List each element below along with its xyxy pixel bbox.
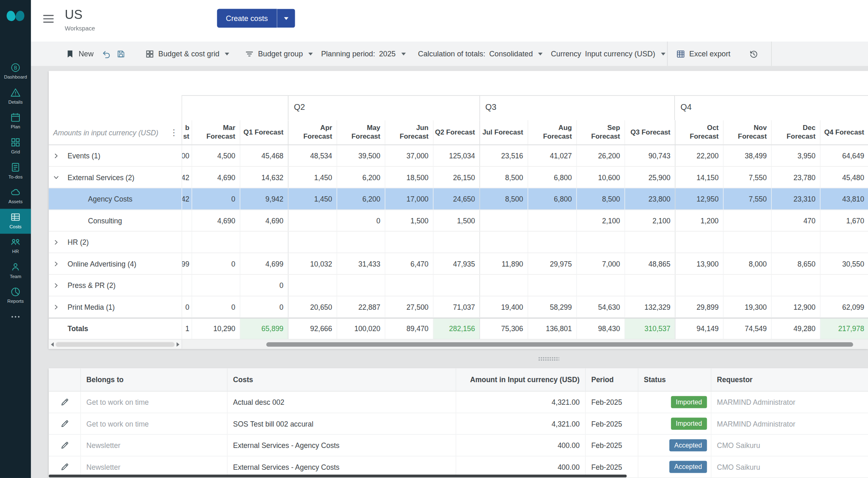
grid-cell[interactable]: 4,690 [192,167,240,188]
new-view-button[interactable]: New [65,42,94,66]
grid-cell[interactable]: 6,800 [528,167,576,188]
column-header-oct-forecast[interactable]: OctForecast [675,120,723,144]
grid-cell[interactable]: 8,500 [479,167,528,188]
grid-cell[interactable]: 0 [192,296,240,317]
grid-cell[interactable]: 6,470 [385,253,433,274]
grid-cell[interactable]: 29,899 [675,296,723,317]
column-header-may-forecast[interactable]: MayForecast [337,120,385,144]
grid-row-external-services-2[interactable]: External Services (2)424,69014,6321,4506… [49,167,868,188]
grid-cell[interactable] [723,232,771,253]
column-header-nov-forecast[interactable]: NovForecast [723,120,771,144]
grid-cell[interactable] [723,210,771,231]
create-costs-dropdown-button[interactable] [277,9,295,28]
grid-cell[interactable]: 12,900 [771,296,820,317]
calculation-of-totals-dropdown[interactable]: Calculation of totals: Consolidated [418,42,543,66]
grid-cell[interactable] [625,275,675,296]
grid-cell[interactable] [337,275,385,296]
grid-cell[interactable] [288,210,336,231]
grid-cell[interactable]: 38,499 [723,145,771,166]
grid-cell[interactable]: 23,800 [625,188,675,209]
grid-cell[interactable] [433,232,479,253]
grid-cell[interactable]: 37,000 [385,145,433,166]
costs-header-costs[interactable]: Costs [227,368,456,391]
column-header-apr-forecast[interactable]: AprForecast [288,120,336,144]
grid-cell[interactable] [433,275,479,296]
column-header-dec-forecast[interactable]: DecForecast [771,120,820,144]
budget-group-dropdown[interactable]: Budget group [245,42,313,66]
grid-cell[interactable]: 1,450 [288,167,336,188]
grid-row-agency-costs[interactable]: Agency Costs4209,9421,4506,20017,00024,6… [49,188,868,210]
grid-cell[interactable]: 20,650 [288,296,336,317]
history-button[interactable] [749,42,759,66]
grid-cell[interactable]: 0 [240,275,288,296]
grid-cell[interactable]: 8,500 [576,188,625,209]
grid-row-events-1[interactable]: Events (1)004,50045,46848,53439,50037,00… [49,145,868,167]
app-logo[interactable] [5,9,25,26]
grid-cell[interactable]: 45,480 [820,167,868,188]
grid-cell[interactable]: 13,900 [675,253,723,274]
grid-cell[interactable] [528,232,576,253]
expand-chevron-icon[interactable] [53,174,67,180]
expand-chevron-icon[interactable] [53,304,67,310]
save-view-button[interactable] [116,42,126,66]
grid-row-online-advertising-4[interactable]: Online Advertising (4)9904,69910,03231,4… [49,253,868,275]
grid-cell[interactable]: 470 [771,210,820,231]
scroll-left-arrow-icon[interactable] [51,342,54,346]
sidebar-item-reports[interactable]: Reports [0,283,31,309]
grid-cell[interactable] [528,210,576,231]
grid-cell[interactable]: 0 [182,296,192,317]
grid-cell[interactable]: 22,887 [337,296,385,317]
grid-cell[interactable]: 0 [192,188,240,209]
grid-cell[interactable]: 8,650 [771,253,820,274]
grid-cell[interactable]: 10,600 [576,167,625,188]
menu-toggle-button[interactable] [43,15,54,23]
grid-cell[interactable]: 1,200 [675,210,723,231]
grid-cell[interactable]: 24,650 [433,188,479,209]
grid-cell[interactable]: 45,468 [240,145,288,166]
grid-cell[interactable] [288,275,336,296]
grid-cell[interactable]: 42 [182,188,192,209]
grid-cell[interactable]: 4,699 [240,253,288,274]
planning-period-dropdown[interactable]: Planning period: 2025 [321,42,405,66]
grid-cell[interactable]: 8,500 [479,188,528,209]
costs-table-row[interactable]: NewsletterExternal Services - Agency Cos… [49,435,868,457]
grid-cell[interactable]: 62,099 [820,296,868,317]
grid-cell[interactable]: 47,935 [433,253,479,274]
grid-cell[interactable]: 132,329 [625,296,675,317]
grid-cell[interactable]: 25,900 [625,167,675,188]
sidebar-item-assets[interactable]: Assets [0,184,31,209]
grid-cell[interactable]: 4,500 [192,145,240,166]
grid-cell[interactable]: 90,743 [625,145,675,166]
sidebar-item-grid[interactable]: Grid [0,134,31,159]
grid-cell[interactable]: 41,027 [528,145,576,166]
grid-cell[interactable] [820,275,868,296]
grid-cell[interactable]: 31,433 [337,253,385,274]
create-costs-button[interactable]: Create costs [217,9,277,28]
expand-chevron-icon[interactable] [53,282,67,288]
left-pane-scrollbar[interactable] [49,339,181,349]
panel-resize-handle[interactable] [538,356,559,361]
grid-cell[interactable] [625,232,675,253]
grid-cell[interactable]: 14,150 [675,167,723,188]
grid-cell[interactable] [723,275,771,296]
grid-cell[interactable]: 17,000 [385,188,433,209]
grid-cell[interactable]: 2,100 [625,210,675,231]
grid-cell[interactable]: 54,630 [576,296,625,317]
grid-cell[interactable] [771,232,820,253]
costs-header-status[interactable]: Status [638,368,711,391]
grid-cell[interactable] [675,275,723,296]
grid-cell[interactable]: 3,950 [771,145,820,166]
grid-cell[interactable]: 1,500 [433,210,479,231]
grid-cell[interactable] [479,210,528,231]
grid-cell[interactable]: 8,000 [723,253,771,274]
column-header-feb-forecast-clipped[interactable]: bst [182,120,192,144]
grid-cell[interactable]: 7,550 [723,188,771,209]
grid-cell[interactable]: 00 [182,145,192,166]
grid-row-hr-2[interactable]: HR (2) [49,232,868,253]
edit-cost-button[interactable] [57,438,72,452]
grid-cell[interactable] [771,275,820,296]
grid-cell[interactable] [385,275,433,296]
grid-cell[interactable] [192,275,240,296]
grid-cell[interactable]: 26,150 [433,167,479,188]
grid-cell[interactable]: 4,690 [240,210,288,231]
